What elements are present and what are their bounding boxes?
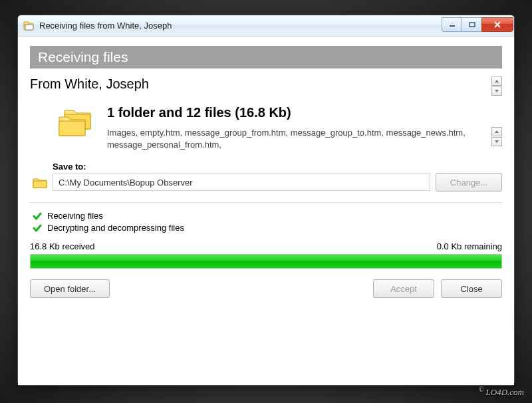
svg-rect-1 (24, 22, 29, 25)
dialog-window: Receiving files from White, Joseph Recei… (17, 15, 515, 386)
close-button[interactable] (481, 17, 513, 32)
svg-rect-2 (25, 25, 33, 30)
svg-marker-10 (495, 140, 499, 143)
content-area: Receiving files From White, Joseph (18, 37, 514, 385)
sender-next-button[interactable] (491, 86, 502, 96)
folders-icon (58, 105, 96, 138)
svg-rect-3 (450, 25, 455, 27)
accept-label: Accept (390, 284, 417, 294)
filelist-scroll-down[interactable] (491, 137, 502, 146)
close-icon (493, 21, 501, 28)
chevron-up-icon (494, 130, 499, 134)
svg-rect-4 (469, 23, 475, 27)
watermark: © LO4D.com (479, 386, 524, 398)
from-label: From White, Joseph (30, 76, 491, 92)
status-receiving: Receiving files (47, 211, 103, 221)
progress-remaining: 0.0 Kb remaining (437, 241, 502, 251)
svg-marker-7 (495, 80, 499, 82)
window-controls (442, 17, 513, 32)
progress-bar (30, 254, 502, 269)
open-folder-label: Open folder... (44, 284, 96, 294)
save-to-label: Save to: (53, 162, 502, 172)
file-list: Images, empty.htm, message_group_from.ht… (107, 127, 487, 151)
progress-fill (31, 255, 501, 268)
close-label: Close (460, 284, 482, 294)
save-path-input[interactable]: C:\My Documents\Bopup Observer (53, 174, 430, 191)
app-icon (23, 21, 35, 31)
check-icon (33, 211, 42, 221)
change-button[interactable]: Change... (436, 173, 502, 192)
status-decrypting: Decrypting and decompressing files (47, 223, 184, 233)
maximize-icon (469, 22, 475, 27)
filelist-scroll-up[interactable] (491, 127, 502, 136)
filelist-spinner (491, 127, 502, 146)
chevron-down-icon (494, 140, 499, 144)
summary-title: 1 folder and 12 files (16.8 Kb) (107, 105, 502, 120)
maximize-button[interactable] (462, 17, 481, 32)
banner-title: Receiving files (30, 46, 502, 68)
sender-spinner (491, 76, 502, 96)
minimize-button[interactable] (442, 17, 462, 32)
chevron-up-icon (494, 79, 499, 83)
divider (30, 202, 502, 203)
window-title: Receiving files from White, Joseph (39, 21, 172, 31)
close-dialog-button[interactable]: Close (441, 279, 502, 298)
titlebar[interactable]: Receiving files from White, Joseph (18, 15, 514, 37)
accept-button[interactable]: Accept (373, 279, 434, 298)
svg-marker-9 (495, 130, 499, 133)
progress-received: 16.8 Kb received (30, 241, 95, 251)
svg-marker-8 (495, 90, 499, 92)
check-icon (33, 223, 42, 233)
folder-icon (33, 176, 47, 188)
change-button-label: Change... (450, 178, 487, 188)
save-path-text: C:\My Documents\Bopup Observer (59, 178, 193, 188)
open-folder-button[interactable]: Open folder... (30, 279, 110, 298)
sender-prev-button[interactable] (491, 76, 502, 86)
chevron-down-icon (494, 89, 499, 93)
minimize-icon (449, 22, 456, 27)
